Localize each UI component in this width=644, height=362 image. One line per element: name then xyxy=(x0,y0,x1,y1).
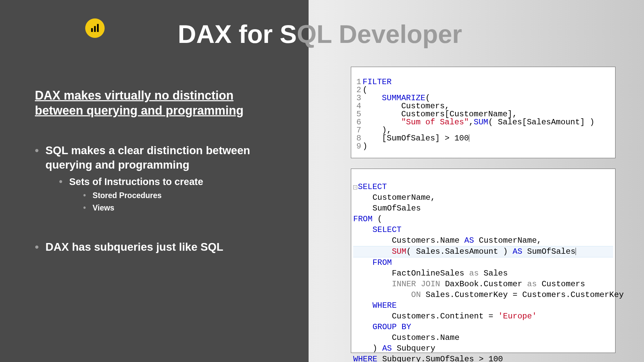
slide-title: DAX for SQL Developer xyxy=(178,19,462,49)
code-text: SumOfSales xyxy=(522,247,575,256)
code-text: Subquery xyxy=(392,344,435,353)
code-text: ( Sales.SalesAmount ) xyxy=(406,247,513,256)
code-keyword: WHERE xyxy=(373,301,397,310)
code-keyword: SUM xyxy=(474,118,488,127)
bullet-dot-icon: • xyxy=(35,143,39,172)
code-text: ), xyxy=(382,126,392,135)
code-keyword: FILTER xyxy=(363,77,391,86)
code-keyword: WHERE xyxy=(353,355,377,362)
code-text: Subquery.SumOfSales > 100 xyxy=(377,355,503,362)
code-keyword: as xyxy=(469,269,479,278)
slide-subtitle: DAX makes virtually no distinction betwe… xyxy=(35,88,276,118)
bullet-text: SQL makes a clear distinction between qu… xyxy=(46,143,297,172)
code-keyword: SUMMARIZE xyxy=(382,94,426,103)
code-text: CustomerName, xyxy=(373,193,435,202)
list-item: • Views xyxy=(83,202,297,213)
code-text: Customers.Name xyxy=(392,333,460,342)
sql-code-block: −SELECT CustomerName, SumOfSales FROM ( … xyxy=(351,169,615,353)
bullet-text: Views xyxy=(93,202,114,213)
list-item: • Sets of Instructions to create xyxy=(59,176,297,188)
dax-code-block: 1FILTER 2( 3 SUMMARIZE( 4 Customers, 5 C… xyxy=(351,67,615,158)
svg-rect-1 xyxy=(94,26,96,32)
code-text: Customers xyxy=(537,280,585,289)
code-text: , xyxy=(469,118,474,127)
bullet-text: DAX has subqueries just like SQL xyxy=(46,240,223,254)
code-text: ( xyxy=(425,94,430,103)
code-text: Customers.Continent = xyxy=(392,312,498,321)
code-keyword: AS xyxy=(464,236,474,245)
title-gray-part: QL Developer xyxy=(297,20,462,48)
code-text: Customers.Name xyxy=(392,236,464,245)
list-item: • SQL makes a clear distinction between … xyxy=(35,143,297,172)
title-white-part: DAX for S xyxy=(178,20,297,48)
code-text: SumOfSales xyxy=(373,204,421,213)
list-item: • DAX has subqueries just like SQL xyxy=(35,240,297,254)
code-text: DaxBook.Customer xyxy=(440,280,527,289)
svg-rect-0 xyxy=(91,28,93,32)
code-text: ) xyxy=(363,142,367,151)
code-text: ) xyxy=(373,344,382,353)
code-text: [SumOfSales] > 100 xyxy=(382,134,469,143)
code-keyword: ON xyxy=(411,290,421,299)
code-keyword: FROM xyxy=(353,215,373,224)
code-keyword: AS xyxy=(513,247,522,256)
text-cursor-icon xyxy=(576,248,576,255)
code-string: "Sum of Sales" xyxy=(401,118,469,127)
fold-minus-icon: − xyxy=(353,185,357,189)
text-cursor-icon xyxy=(469,134,469,142)
code-text: Customers[CustomerName], xyxy=(401,110,517,119)
bullet-list: • SQL makes a clear distinction between … xyxy=(35,143,297,258)
code-keyword: as xyxy=(527,280,537,289)
code-keyword: AS xyxy=(382,344,392,353)
svg-rect-2 xyxy=(97,24,99,32)
bullet-text: Stored Procedures xyxy=(93,190,162,201)
code-keyword: SELECT xyxy=(373,225,401,234)
code-text: ( Sales[SalesAmount] ) xyxy=(488,118,594,127)
code-keyword: GROUP BY xyxy=(373,322,411,331)
code-keyword: INNER JOIN xyxy=(392,280,440,289)
bullet-dot-icon: • xyxy=(59,176,62,188)
code-text: FactOnlineSales xyxy=(392,269,469,278)
code-text: Customers, xyxy=(401,102,449,111)
code-keyword: FROM xyxy=(373,258,392,267)
code-text: ( xyxy=(373,215,382,224)
code-text: ( xyxy=(363,85,367,95)
powerbi-logo-icon xyxy=(85,18,105,38)
code-text: CustomerName, xyxy=(474,236,542,245)
code-string: 'Europe' xyxy=(498,312,537,321)
code-text: Sales xyxy=(479,269,507,278)
bullet-text: Sets of Instructions to create xyxy=(69,176,203,188)
code-text: Sales.CustomerKey = Customers.CustomerKe… xyxy=(421,290,624,299)
code-function: SUM xyxy=(392,247,406,256)
code-keyword: SELECT xyxy=(358,182,387,191)
bullet-dot-icon: • xyxy=(83,190,86,201)
bullet-dot-icon: • xyxy=(35,240,39,254)
bullet-dot-icon: • xyxy=(83,202,86,213)
list-item: • Stored Procedures xyxy=(83,190,297,201)
